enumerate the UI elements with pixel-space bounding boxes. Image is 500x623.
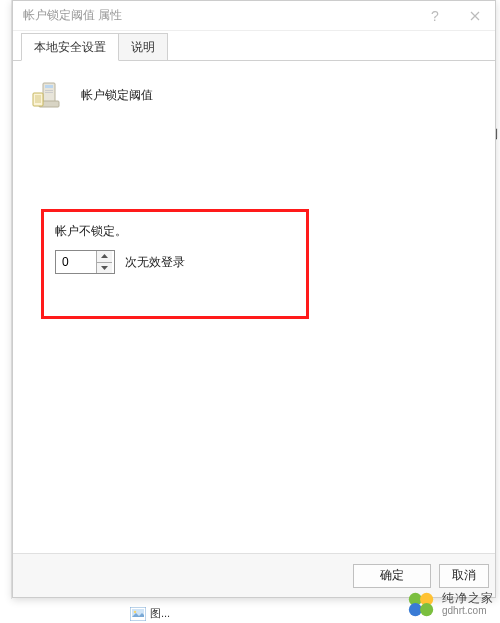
close-button[interactable] bbox=[455, 1, 495, 31]
spin-down-button[interactable] bbox=[97, 263, 112, 274]
svg-rect-3 bbox=[45, 92, 53, 93]
spin-buttons bbox=[96, 251, 112, 273]
threshold-spinbox[interactable] bbox=[55, 250, 115, 274]
tab-content: 帐户锁定阈值 帐户不锁定。 次无效登录 bbox=[13, 61, 495, 551]
left-background-fragment bbox=[0, 0, 12, 623]
lockout-label: 帐户不锁定。 bbox=[55, 223, 185, 240]
cancel-button[interactable]: 取消 bbox=[439, 564, 489, 588]
properties-dialog: 帐户锁定阈值 属性 ? 本地安全设置 说明 bbox=[12, 0, 496, 598]
spin-row: 次无效登录 bbox=[55, 250, 185, 274]
policy-icon bbox=[29, 77, 65, 113]
tabs: 本地安全设置 说明 bbox=[13, 33, 495, 61]
svg-rect-2 bbox=[45, 90, 53, 91]
dialog-title: 帐户锁定阈值 属性 bbox=[23, 7, 122, 24]
svg-point-12 bbox=[134, 610, 136, 612]
watermark-cn: 纯净之家 bbox=[442, 592, 494, 605]
svg-point-16 bbox=[420, 603, 433, 616]
svg-point-15 bbox=[409, 603, 422, 616]
close-icon bbox=[470, 11, 480, 21]
watermark-logo-icon bbox=[406, 589, 436, 619]
bottom-item-label: 图... bbox=[150, 606, 170, 621]
watermark: 纯净之家 gdhrt.com bbox=[406, 589, 494, 619]
svg-rect-5 bbox=[33, 93, 43, 106]
help-button[interactable]: ? bbox=[415, 1, 455, 31]
spin-up-button[interactable] bbox=[97, 251, 112, 263]
watermark-text: 纯净之家 gdhrt.com bbox=[442, 592, 494, 616]
chevron-down-icon bbox=[101, 266, 108, 270]
ok-button[interactable]: 确定 bbox=[353, 564, 431, 588]
titlebar: 帐户锁定阈值 属性 ? bbox=[13, 1, 495, 31]
watermark-en: gdhrt.com bbox=[442, 605, 494, 616]
threshold-input[interactable] bbox=[56, 251, 96, 273]
chevron-up-icon bbox=[101, 254, 108, 258]
lockout-section: 帐户不锁定。 次无效登录 bbox=[55, 223, 185, 274]
policy-title: 帐户锁定阈值 bbox=[81, 87, 153, 104]
policy-header: 帐户锁定阈值 bbox=[29, 77, 479, 113]
tab-local-security[interactable]: 本地安全设置 bbox=[21, 33, 119, 61]
bottom-item: 图... bbox=[130, 606, 170, 621]
unit-label: 次无效登录 bbox=[125, 254, 185, 271]
tab-description[interactable]: 说明 bbox=[118, 33, 168, 60]
svg-rect-1 bbox=[45, 85, 53, 88]
image-icon bbox=[130, 607, 146, 621]
